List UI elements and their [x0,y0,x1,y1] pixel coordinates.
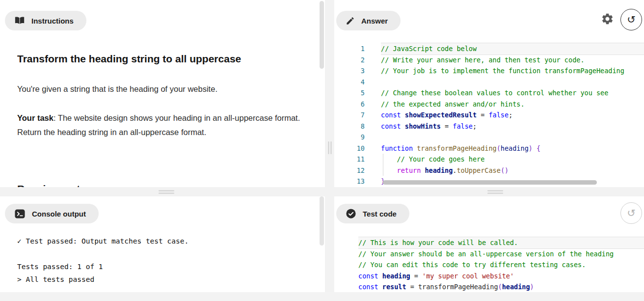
tab-instructions-label: Instructions [31,17,74,25]
reset-answer-button[interactable]: ↺ [620,9,642,30]
exercise-task: Your task: The website design shows your… [17,111,312,139]
answer-code-editor[interactable]: 1// JavaScript code below2// Write your … [334,43,644,187]
code-line-text: function transformPageHeading(heading) { [381,143,644,154]
code-line-text: const showHints = false; [381,121,644,132]
console-output-text: ✓ Test passed: Output matches test case.… [17,235,188,286]
line-number: 6 [334,99,365,110]
tab-console-label: Console output [32,210,86,218]
vertical-divider[interactable] [325,0,334,295]
task-label: Your task [17,113,54,122]
testcode-panel: Test code ↺ // This is how your code wil… [334,196,644,295]
tab-testcode-label: Test code [363,210,397,218]
bottom-strip [0,292,644,301]
console-line: > All tests passed [17,273,188,286]
instructions-panel: Instructions Transform the heading strin… [0,0,325,187]
task-text: : The website design shows your heading … [17,113,300,137]
code-line[interactable]: // This is how your code will be called. [334,237,644,248]
code-line-text: // the expected answer and/or hints. [381,99,644,110]
code-line-text: const heading = 'my super cool website' [358,271,644,282]
code-line[interactable]: 3// Your job is to implement the functio… [334,65,644,77]
reset-icon: ↺ [627,14,636,26]
console-panel: Console output ✓ Test passed: Output mat… [0,196,325,295]
vertical-divider-handle[interactable] [328,141,331,154]
line-number: 5 [334,87,365,99]
code-line[interactable]: // You can edit this code to try differe… [334,259,644,271]
test-code-editor[interactable]: // This is how your code will be called.… [334,237,644,293]
code-line[interactable]: 8const showHints = false; [334,121,644,132]
code-line[interactable]: 9 [334,132,644,143]
line-number: 2 [334,55,365,66]
answer-panel: Answer ↺ 1// JavaScript code below2// Wr… [334,0,644,187]
code-line-text: return heading.toUpperCase() [381,165,644,176]
console-scrollbar[interactable] [320,196,324,246]
line-number: 10 [334,143,365,154]
line-number: 9 [334,132,365,143]
code-line-text: // This is how your code will be called. [358,237,644,248]
reset-icon: ↺ [627,207,636,219]
pencil-icon [346,16,355,26]
practice-app: Instructions Transform the heading strin… [0,0,644,301]
code-line-text: // Your code goes here [381,154,644,165]
indent-guide [383,165,383,176]
code-line-text: // Change these boolean values to contro… [381,87,644,99]
tab-answer[interactable]: Answer [336,11,401,30]
code-line-text: // Write your answer here, and then test… [381,55,644,66]
line-number: 12 [334,165,365,176]
code-line[interactable]: // Your answer should be an all-uppercas… [334,248,644,260]
line-number: 11 [334,154,365,165]
code-line[interactable]: 1// JavaScript code below [334,43,644,55]
tab-testcode[interactable]: Test code [336,204,409,223]
reset-testcode-button[interactable]: ↺ [620,202,642,224]
code-line[interactable]: 7const showExpectedResult = false; [334,109,644,121]
code-line-text: // JavaScript code below [381,43,644,55]
code-line[interactable]: 6// the expected answer and/or hints. [334,99,644,110]
code-line-text: // You can edit this code to try differe… [358,259,644,271]
line-number: 1 [334,43,365,55]
code-line-text: // Your job is to implement the function… [381,65,644,77]
horizontal-divider-handle[interactable] [159,190,174,193]
tab-console[interactable]: Console output [5,204,99,223]
exercise-intro: You're given a string that is the headin… [17,82,312,96]
instructions-scrollbar[interactable] [320,1,324,69]
code-line[interactable]: 5// Change these boolean values to contr… [334,87,644,99]
code-line[interactable]: 12 return heading.toUpperCase() [334,165,644,176]
horizontal-divider-right[interactable] [334,187,644,196]
code-line[interactable]: 2// Write your answer here, and then tes… [334,55,644,66]
book-icon [14,15,25,26]
line-number: 3 [334,65,365,77]
code-line[interactable]: 11 // Your code goes here [334,154,644,165]
code-line-text [381,77,644,88]
terminal-icon [14,208,26,219]
line-number: 8 [334,121,365,132]
tab-answer-label: Answer [361,17,388,25]
code-line-text: // Your answer should be an all-uppercas… [358,248,644,260]
code-line-text: const result = transformPageHeading(head… [358,281,644,293]
horizontal-divider-left[interactable] [0,187,325,196]
code-line-text [381,132,644,143]
answer-horizontal-scrollbar[interactable] [383,180,597,185]
code-line[interactable]: const heading = 'my super cool website' [334,271,644,282]
code-line[interactable]: const result = transformPageHeading(head… [334,281,644,293]
console-line: Tests passed: 1 of 1 [17,260,188,273]
exercise-title: Transform the heading string to all uppe… [17,53,241,65]
gear-icon [601,12,614,27]
console-line [17,247,188,260]
code-line[interactable]: 4 [334,77,644,88]
indent-guide [383,154,383,165]
settings-button[interactable] [601,12,614,27]
clipped-section-heading: Requirements [17,183,86,187]
code-line[interactable]: 10function transformPageHeading(heading)… [334,143,644,154]
line-number: 13 [334,176,365,187]
horizontal-divider-handle[interactable] [487,190,503,193]
code-line-text: const showExpectedResult = false; [381,109,644,121]
line-number: 7 [334,109,365,121]
console-line: ✓ Test passed: Output matches test case. [17,235,188,247]
check-circle-icon [346,208,356,219]
line-number: 4 [334,77,365,88]
tab-instructions[interactable]: Instructions [5,11,86,30]
